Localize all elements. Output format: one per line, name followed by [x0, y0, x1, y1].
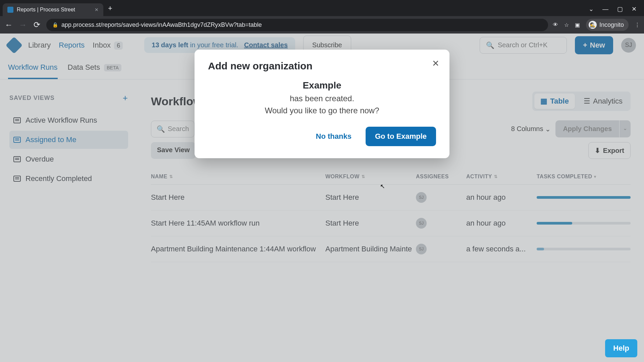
back-button[interactable]: ←: [4, 20, 13, 29]
browser-toolbar: ← → ⟳ 🔒 app.process.st/reports/saved-vie…: [0, 16, 644, 34]
modal-org-name: Example: [208, 78, 436, 93]
forward-button[interactable]: →: [18, 20, 28, 29]
no-thanks-button[interactable]: No thanks: [309, 127, 359, 146]
reload-button[interactable]: ⟳: [32, 20, 42, 29]
minimize-icon[interactable]: ―: [602, 6, 608, 13]
browser-tab-strip: Reports | Process Street ✕ + ⌄ ― ▢ ✕: [0, 0, 644, 16]
app-root: Library Reports Inbox 6 13 days left in …: [0, 34, 644, 362]
browser-menu-icon[interactable]: ⋮: [635, 22, 640, 28]
lock-icon: 🔒: [52, 22, 58, 27]
add-organization-modal: Add new organization ✕ Example has been …: [195, 50, 449, 158]
maximize-icon[interactable]: ▢: [617, 5, 623, 13]
incognito-label: Incognito: [599, 21, 624, 28]
modal-body: Example has been created. Would you like…: [208, 78, 436, 117]
modal-line2: Would you like to go there now?: [208, 105, 436, 117]
incognito-icon: 🕵: [589, 21, 597, 29]
extensions-icon[interactable]: ▣: [575, 22, 580, 28]
help-button[interactable]: Help: [605, 339, 637, 357]
tab-close-icon[interactable]: ✕: [95, 7, 99, 12]
tracking-icon[interactable]: 👁: [553, 22, 558, 28]
window-controls: ⌄ ― ▢ ✕: [589, 5, 644, 16]
tab-title: Reports | Process Street: [17, 7, 91, 13]
tabs-dropdown-icon[interactable]: ⌄: [589, 5, 594, 13]
modal-title: Add new organization: [208, 60, 436, 72]
incognito-badge[interactable]: 🕵 Incognito: [586, 19, 629, 31]
bookmark-icon[interactable]: ☆: [564, 22, 569, 28]
modal-line1: has been created.: [208, 93, 436, 105]
close-window-icon[interactable]: ✕: [632, 5, 637, 13]
favicon: [7, 7, 13, 13]
mouse-cursor: ↖: [380, 183, 385, 190]
url-text: app.process.st/reports/saved-views/inAAw…: [61, 21, 262, 28]
address-bar[interactable]: 🔒 app.process.st/reports/saved-views/inA…: [46, 19, 548, 31]
modal-close-button[interactable]: ✕: [432, 58, 439, 69]
browser-tab[interactable]: Reports | Process Street ✕: [3, 3, 103, 16]
new-tab-button[interactable]: +: [103, 4, 117, 16]
go-to-org-button[interactable]: Go to Example: [366, 127, 436, 146]
modal-actions: No thanks Go to Example: [208, 127, 436, 146]
